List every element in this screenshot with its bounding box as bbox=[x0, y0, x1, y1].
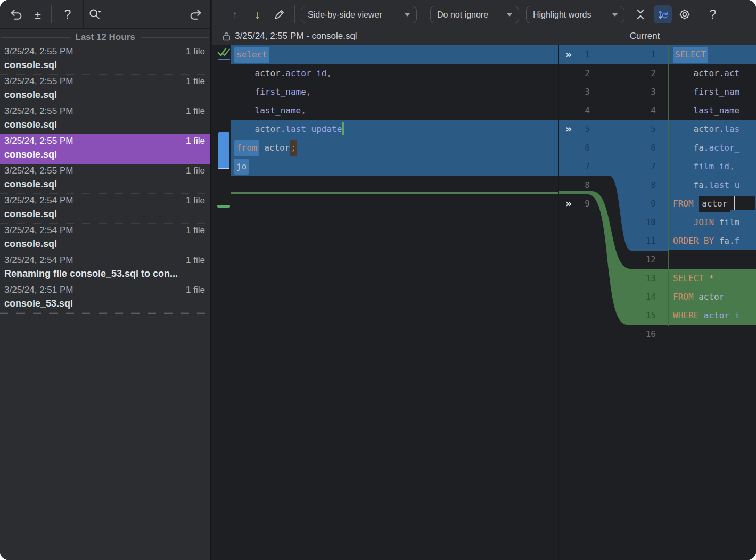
right-pane-title: Current bbox=[613, 31, 677, 42]
entry-file-count: 1 file bbox=[186, 195, 205, 206]
entry-label: console.sql bbox=[4, 89, 205, 101]
next-change-icon[interactable]: ↓ bbox=[249, 6, 265, 22]
code-line: from actor; bbox=[231, 138, 559, 157]
code-line: FROM actor bbox=[669, 194, 756, 213]
entry-file-count: 1 file bbox=[186, 136, 205, 146]
code-line: first_name, bbox=[231, 83, 559, 101]
text-caret-box bbox=[730, 196, 755, 210]
history-entry[interactable]: 3/25/24, 2:55 PM1 fileconsole.sql bbox=[0, 75, 210, 104]
code-line: SELECT bbox=[669, 45, 756, 64]
chevron-down-icon bbox=[612, 13, 618, 17]
entry-file-count: 1 file bbox=[186, 76, 205, 87]
code-line: jo bbox=[231, 157, 559, 176]
collapse-unchanged-icon[interactable] bbox=[632, 6, 648, 22]
right-code-pane: SELECT actor.act first_nam last_name act… bbox=[669, 45, 756, 343]
diff-header: 3/25/24, 2:55 PM - console.sql Current bbox=[212, 29, 756, 45]
line-number: 2 bbox=[575, 64, 590, 83]
code-line bbox=[669, 250, 756, 269]
history-entry[interactable]: 3/25/24, 2:54 PM1 fileRenaming file cons… bbox=[0, 253, 210, 283]
line-number: 14 bbox=[626, 287, 656, 306]
highlight-dropdown[interactable]: Highlight words bbox=[526, 6, 624, 23]
entry-label: Renaming file console_53.sql to con... bbox=[4, 268, 205, 279]
line-number: 7 bbox=[575, 157, 590, 176]
line-number: 15 bbox=[626, 306, 656, 325]
entry-timestamp: 3/25/24, 2:51 PM bbox=[4, 285, 73, 295]
code-line bbox=[231, 176, 559, 194]
history-entry[interactable]: 3/25/24, 2:55 PM1 fileconsole.sql bbox=[0, 134, 210, 164]
settings-gear-icon[interactable] bbox=[677, 6, 693, 22]
apply-change-chevrons-icon[interactable]: » bbox=[565, 194, 571, 213]
entry-file-count: 1 file bbox=[186, 46, 205, 57]
history-entry[interactable]: 3/25/24, 2:55 PM1 fileconsole.sql bbox=[0, 164, 210, 194]
edit-icon[interactable] bbox=[271, 6, 287, 22]
entry-timestamp: 3/25/24, 2:54 PM bbox=[4, 225, 73, 236]
lock-icon bbox=[222, 31, 231, 42]
search-icon[interactable] bbox=[87, 6, 103, 22]
insertion-separator-line bbox=[231, 192, 559, 194]
gutter-blue-underline bbox=[218, 59, 230, 60]
plus-minus-diff-icon[interactable]: ± bbox=[30, 6, 46, 22]
code-line bbox=[669, 325, 756, 343]
code-line: actor.last_update bbox=[231, 120, 559, 138]
code-line: FROM actor bbox=[669, 287, 756, 306]
apply-change-chevrons-icon[interactable]: » bbox=[565, 120, 571, 138]
toolbar-divider bbox=[51, 5, 52, 23]
diff-main: ↑ ↓ Side-by-side viewer Do not ignore bbox=[212, 0, 756, 560]
ignore-dropdown[interactable]: Do not ignore bbox=[430, 6, 519, 23]
toolbar-divider bbox=[424, 5, 424, 23]
history-entry[interactable]: 3/25/24, 2:54 PM1 fileconsole.sql bbox=[0, 224, 210, 253]
line-number: 4 bbox=[575, 101, 590, 120]
chevron-down-icon bbox=[405, 13, 410, 17]
line-number: 3 bbox=[626, 83, 656, 101]
entry-label: console.sql bbox=[4, 238, 205, 250]
toolbar-divider bbox=[294, 5, 295, 23]
help-icon[interactable]: ? bbox=[60, 6, 76, 22]
line-number: 1 bbox=[575, 45, 590, 64]
line-number: 7 bbox=[626, 157, 656, 176]
code-line: film_id, bbox=[669, 157, 756, 176]
code-line: WHERE actor_i bbox=[669, 306, 756, 325]
entry-file-count: 1 file bbox=[186, 166, 205, 176]
entry-label: console.sql bbox=[4, 60, 205, 71]
code-line: actor.actor_id, bbox=[231, 64, 559, 83]
code-line: fa.actor_ bbox=[669, 138, 756, 157]
history-entry[interactable]: 3/25/24, 2:54 PM1 fileconsole.sql bbox=[0, 194, 210, 224]
toolbar-divider bbox=[83, 0, 84, 29]
diff-code-area: select actor.actor_id, first_name, last_… bbox=[212, 45, 756, 560]
entry-label: console.sql bbox=[4, 179, 205, 190]
gutter-change-marker bbox=[218, 132, 229, 169]
line-number: 6 bbox=[575, 138, 590, 157]
entry-label: console.sql bbox=[4, 119, 205, 130]
apply-change-chevrons-icon[interactable]: » bbox=[565, 45, 571, 64]
sync-scroll-icon[interactable] bbox=[654, 5, 672, 23]
gutter-insert-marker bbox=[217, 205, 230, 208]
line-number: 9 bbox=[626, 194, 656, 213]
entry-timestamp: 3/25/24, 2:55 PM bbox=[4, 166, 73, 176]
code-line: actor.act bbox=[669, 64, 756, 83]
history-entry[interactable]: 3/25/24, 2:51 PM1 fileconsole_53.sql bbox=[0, 283, 210, 313]
viewer-dropdown-label: Side-by-side viewer bbox=[308, 10, 382, 20]
previous-change-icon[interactable]: ↑ bbox=[227, 6, 243, 22]
entry-timestamp: 3/25/24, 2:55 PM bbox=[4, 46, 73, 57]
line-number: 10 bbox=[626, 213, 656, 232]
history-entry[interactable]: 3/25/24, 2:55 PM1 fileconsole.sql bbox=[0, 45, 210, 75]
code-line: actor.las bbox=[669, 120, 756, 138]
line-number: 3 bbox=[575, 83, 590, 101]
entry-timestamp: 3/25/24, 2:54 PM bbox=[4, 255, 73, 266]
line-number: 4 bbox=[626, 101, 656, 120]
help-icon[interactable]: ? bbox=[705, 6, 721, 22]
undo-icon[interactable] bbox=[9, 6, 24, 22]
code-line: JOIN film bbox=[669, 213, 756, 232]
entry-file-count: 1 file bbox=[186, 225, 205, 236]
history-group-header: Last 12 Hours bbox=[0, 32, 210, 43]
viewer-dropdown[interactable]: Side-by-side viewer bbox=[301, 6, 417, 23]
entry-file-count: 1 file bbox=[186, 285, 205, 295]
line-number: 16 bbox=[626, 325, 656, 343]
history-entry[interactable]: 3/25/24, 2:55 PM1 fileconsole.sql bbox=[0, 104, 210, 134]
entry-timestamp: 3/25/24, 2:55 PM bbox=[4, 106, 73, 117]
line-number: 5 bbox=[626, 120, 656, 138]
revert-icon[interactable] bbox=[187, 6, 203, 22]
history-list: 3/25/24, 2:55 PM1 fileconsole.sql3/25/24… bbox=[0, 45, 210, 314]
list-end-separator bbox=[0, 313, 210, 314]
left-pane-title: 3/25/24, 2:55 PM - console.sql bbox=[222, 31, 357, 42]
